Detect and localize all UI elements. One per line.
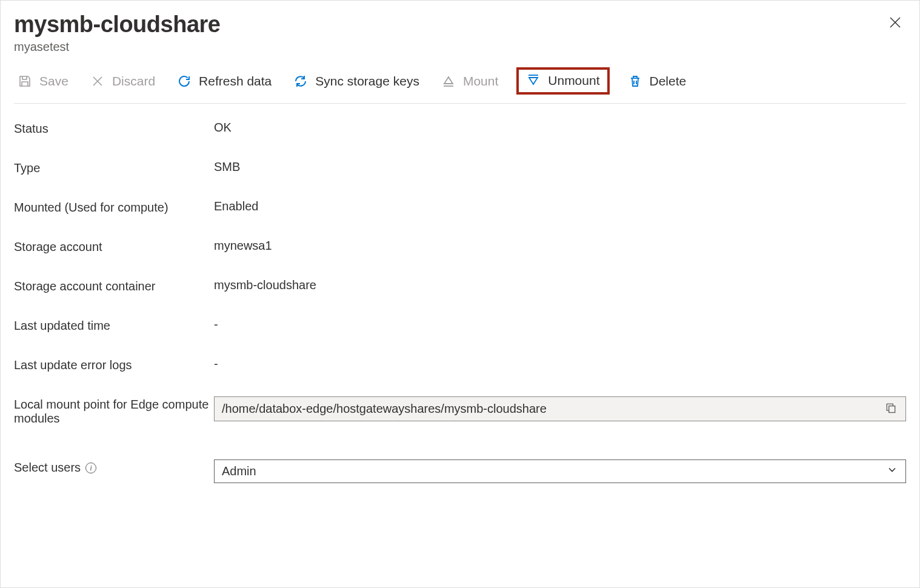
mount-point-field: /home/databox-edge/hostgatewayshares/mys… — [214, 396, 906, 421]
sync-storage-keys-button[interactable]: Sync storage keys — [290, 72, 423, 91]
copy-mount-point-button[interactable] — [884, 401, 898, 417]
last-error-value: - — [214, 357, 906, 371]
page-title: mysmb-cloudshare — [14, 12, 220, 38]
refresh-data-button[interactable]: Refresh data — [173, 72, 275, 91]
storage-container-label: Storage account container — [14, 278, 214, 293]
refresh-label: Refresh data — [199, 74, 272, 89]
svg-rect-0 — [889, 406, 895, 413]
type-value: SMB — [214, 160, 906, 174]
discard-icon — [90, 74, 105, 89]
mount-point-value: /home/databox-edge/hostgatewayshares/mys… — [222, 402, 547, 416]
discard-label: Discard — [112, 74, 155, 89]
toolbar: Save Discard Refresh data Sync storage k… — [14, 67, 906, 104]
chevron-down-icon — [886, 464, 898, 479]
page-subtitle: myasetest — [14, 40, 220, 54]
details-panel: Status OK Type SMB Mounted (Used for com… — [14, 121, 906, 483]
select-users-label-text: Select users — [14, 461, 81, 475]
close-icon — [888, 15, 902, 30]
last-updated-value: - — [214, 318, 906, 332]
sync-icon — [293, 74, 308, 89]
unmount-label: Unmount — [548, 73, 599, 88]
discard-button[interactable]: Discard — [87, 72, 159, 91]
last-updated-label: Last updated time — [14, 318, 214, 333]
type-label: Type — [14, 160, 214, 175]
refresh-icon — [177, 74, 192, 89]
unmount-icon — [526, 73, 541, 88]
status-value: OK — [214, 121, 906, 135]
info-icon[interactable]: i — [85, 463, 96, 473]
mount-icon — [441, 74, 456, 89]
sync-label: Sync storage keys — [315, 74, 419, 89]
save-button[interactable]: Save — [14, 72, 72, 91]
storage-container-value: mysmb-cloudshare — [214, 278, 906, 292]
mount-label: Mount — [463, 74, 498, 89]
close-button[interactable] — [884, 12, 906, 35]
select-users-value: Admin — [222, 464, 256, 478]
unmount-button[interactable]: Unmount — [522, 71, 603, 90]
select-users-dropdown[interactable]: Admin — [214, 459, 906, 483]
mount-button[interactable]: Mount — [438, 72, 502, 91]
delete-label: Delete — [650, 74, 687, 89]
storage-account-label: Storage account — [14, 239, 214, 254]
mount-point-label: Local mount point for Edge compute modul… — [14, 396, 214, 426]
mounted-label: Mounted (Used for compute) — [14, 199, 214, 215]
last-error-label: Last update error logs — [14, 357, 214, 372]
delete-icon — [628, 74, 642, 89]
save-icon — [18, 74, 32, 89]
status-label: Status — [14, 121, 214, 136]
save-label: Save — [39, 74, 68, 89]
storage-account-value: mynewsa1 — [214, 239, 906, 253]
select-users-label: Select users i — [14, 459, 214, 475]
mounted-value: Enabled — [214, 199, 906, 213]
unmount-highlight: Unmount — [516, 67, 609, 95]
copy-icon — [885, 407, 897, 416]
delete-button[interactable]: Delete — [624, 72, 690, 91]
